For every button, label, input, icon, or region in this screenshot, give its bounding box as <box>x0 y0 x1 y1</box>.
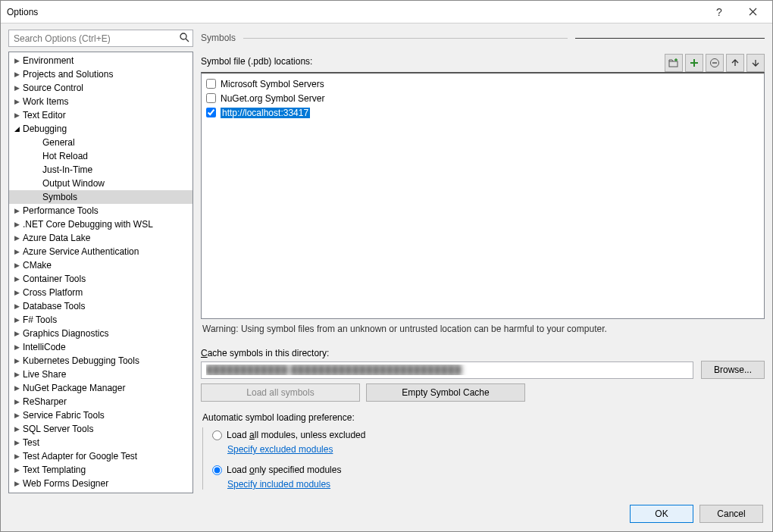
tree-node[interactable]: Output Window <box>9 177 192 190</box>
tree-node[interactable]: ▶IntelliCode <box>9 340 192 354</box>
section-header: Symbols <box>201 30 765 46</box>
tree-node[interactable]: ▶NuGet Package Manager <box>9 381 192 395</box>
specify-included-link[interactable]: Specify included modules <box>227 479 330 490</box>
symbol-location-item[interactable]: http://localhost:33417 <box>205 105 761 120</box>
remove-button[interactable] <box>706 54 724 72</box>
move-down-button[interactable] <box>746 54 765 72</box>
tree-node[interactable]: ▶Azure Service Authentication <box>9 245 192 258</box>
options-tree[interactable]: ▶Environment▶Projects and Solutions▶Sour… <box>8 52 193 493</box>
tree-node[interactable]: General <box>9 136 192 149</box>
search-input[interactable] <box>8 30 193 47</box>
right-panel: Symbols Symbol file (.pdb) locations: <box>201 30 765 493</box>
add-button[interactable] <box>685 54 703 72</box>
move-up-button[interactable] <box>726 54 744 72</box>
new-folder-button[interactable] <box>665 54 683 72</box>
tree-node[interactable]: ▶Test Adapter for Google Test <box>9 449 192 463</box>
svg-rect-1 <box>669 61 678 67</box>
page-title: Symbols <box>201 33 243 43</box>
svg-point-0 <box>180 33 186 39</box>
arrow-down-icon <box>751 58 760 67</box>
search-icon <box>180 33 189 45</box>
symbol-location-checkbox[interactable] <box>206 93 216 103</box>
tree-node-label: Text Templating <box>21 465 86 475</box>
tree-node[interactable]: Hot Reload <box>9 149 192 163</box>
pref-heading: Automatic symbol loading preference: <box>202 412 765 423</box>
expand-arrow-icon: ▶ <box>12 111 21 119</box>
expand-arrow-icon: ▶ <box>12 248 21 255</box>
browse-button[interactable]: Browse... <box>701 361 765 379</box>
empty-symbol-cache-button[interactable]: Empty Symbol Cache <box>366 383 525 402</box>
expand-arrow-icon: ▶ <box>12 452 21 460</box>
tree-node[interactable]: ▶Cross Platform <box>9 286 192 299</box>
tree-node-label: Just-In-Time <box>41 164 92 175</box>
tree-node[interactable]: ▶F# Tools <box>9 313 192 327</box>
cancel-button[interactable]: Cancel <box>699 505 763 523</box>
locations-row: Symbol file (.pdb) locations: <box>201 54 765 72</box>
window-title: Options <box>7 7 703 17</box>
tree-node-label: Live Share <box>21 369 66 380</box>
tree-node[interactable]: ▶Live Share <box>9 368 192 381</box>
tree-node[interactable]: ▶Environment <box>9 54 192 67</box>
tree-node[interactable]: ▶Graphics Diagnostics <box>9 327 192 340</box>
tree-node[interactable]: ▶Work Items <box>9 95 192 108</box>
tree-node[interactable]: ▶Container Tools <box>9 272 192 286</box>
expand-arrow-icon: ▶ <box>12 84 21 92</box>
tree-node[interactable]: ▶Kubernetes Debugging Tools <box>9 354 192 368</box>
symbol-location-item[interactable]: Microsoft Symbol Servers <box>205 77 761 91</box>
expand-arrow-icon: ▶ <box>12 289 21 296</box>
expand-arrow-icon: ▶ <box>12 466 21 474</box>
tree-node[interactable]: ▶Projects and Solutions <box>9 67 192 81</box>
expand-arrow-icon: ◢ <box>12 125 21 133</box>
expand-arrow-icon: ▶ <box>12 384 21 392</box>
tree-node[interactable]: ▶.NET Core Debugging with WSL <box>9 217 192 231</box>
tree-node[interactable]: ▶Azure Data Lake <box>9 231 192 245</box>
expand-arrow-icon: ▶ <box>12 330 21 337</box>
expand-arrow-icon: ▶ <box>12 261 21 269</box>
expand-arrow-icon: ▶ <box>12 275 21 283</box>
symbol-locations-list[interactable]: Microsoft Symbol ServersNuGet.org Symbol… <box>201 72 765 319</box>
symbol-location-label: Microsoft Symbol Servers <box>221 79 324 89</box>
tree-node[interactable]: ▶SQL Server Tools <box>9 422 192 436</box>
tree-node-label: Azure Data Lake <box>21 233 90 243</box>
help-button[interactable]: ? <box>703 2 736 23</box>
symbol-location-label: NuGet.org Symbol Server <box>221 93 324 104</box>
load-all-symbols-button[interactable]: Load all symbols <box>201 383 360 402</box>
tree-node-label: Container Tools <box>21 274 86 284</box>
arrow-up-icon <box>731 58 740 67</box>
tree-node[interactable]: ▶Source Control <box>9 81 192 95</box>
symbol-location-checkbox[interactable] <box>206 79 216 89</box>
tree-node-label: ReSharper <box>21 396 67 407</box>
expand-arrow-icon: ▶ <box>12 234 21 242</box>
dialog-body: ▶Environment▶Projects and Solutions▶Sour… <box>1 23 772 496</box>
tree-node[interactable]: ▶Performance Tools <box>9 204 192 217</box>
symbol-location-label: http://localhost:33417 <box>221 108 310 118</box>
tree-node[interactable]: Symbols <box>9 190 192 204</box>
ok-button[interactable]: OK <box>630 505 693 523</box>
symbol-location-checkbox[interactable] <box>206 108 216 117</box>
tree-node[interactable]: ▶Text Templating <box>9 463 192 477</box>
tree-node-label: .NET Core Debugging with WSL <box>21 219 153 230</box>
radio-load-all[interactable]: Load all modules, unless excluded <box>211 427 765 443</box>
tree-node[interactable]: ▶Text Editor <box>9 108 192 122</box>
tree-node-label: Graphics Diagnostics <box>21 328 108 339</box>
tree-node-label: Database Tools <box>21 301 86 311</box>
warning-text: Warning: Using symbol files from an unkn… <box>201 319 765 337</box>
tree-node[interactable]: ▶CMake <box>9 258 192 272</box>
tree-node[interactable]: ▶Service Fabric Tools <box>9 408 192 422</box>
tree-node[interactable]: ▶Test <box>9 436 192 449</box>
titlebar: Options ? <box>1 1 772 23</box>
symbol-location-item[interactable]: NuGet.org Symbol Server <box>205 91 761 105</box>
tree-node[interactable]: ▶ReSharper <box>9 395 192 408</box>
cache-directory-input[interactable] <box>201 361 693 379</box>
left-panel: ▶Environment▶Projects and Solutions▶Sour… <box>8 30 193 493</box>
tree-node[interactable]: ◢Debugging <box>9 122 192 136</box>
expand-arrow-icon: ▶ <box>12 98 21 105</box>
expand-arrow-icon: ▶ <box>12 357 21 365</box>
tree-node[interactable]: Just-In-Time <box>9 163 192 177</box>
specify-excluded-link[interactable]: Specify excluded modules <box>227 444 333 455</box>
tree-node[interactable]: ▶Database Tools <box>9 299 192 313</box>
tree-node-label: Output Window <box>41 178 105 189</box>
radio-load-only[interactable]: Load only specified modules <box>211 462 765 477</box>
tree-node[interactable]: ▶Web Forms Designer <box>9 477 192 490</box>
close-button[interactable] <box>736 2 769 23</box>
